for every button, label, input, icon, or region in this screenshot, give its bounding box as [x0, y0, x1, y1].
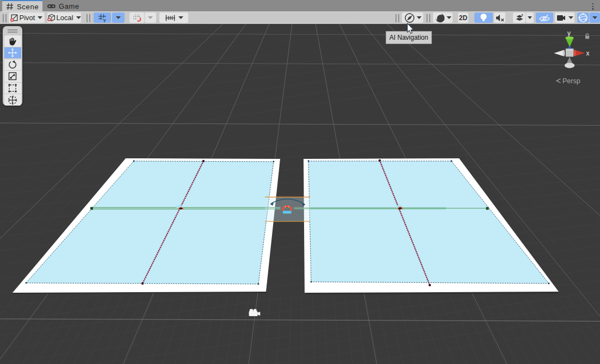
svg-text:Y: Y — [103, 17, 106, 22]
svg-text:x: x — [586, 50, 590, 57]
svg-text:y: y — [567, 29, 571, 37]
svg-text:Persp: Persp — [562, 77, 580, 85]
